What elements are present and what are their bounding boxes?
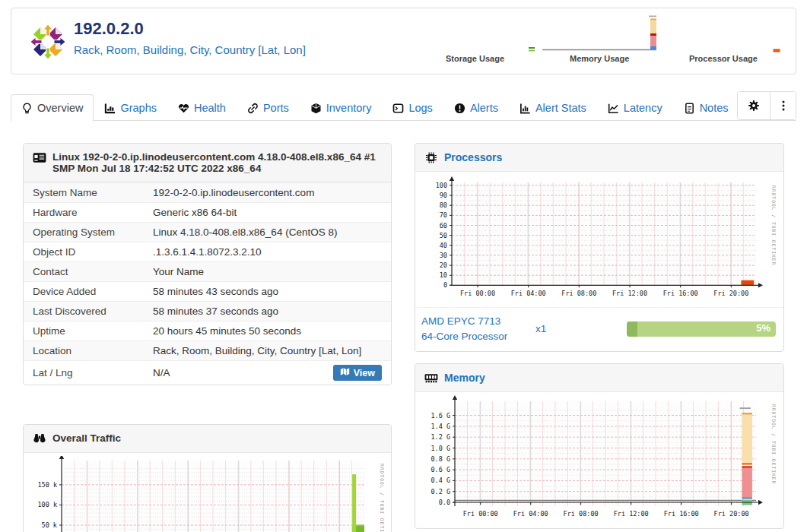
alert-stats-icon [519, 103, 531, 114]
processors-title[interactable]: Processors [444, 151, 502, 163]
device-header-card: 192.0.2.0 Rack, Room, Building, City, Co… [11, 8, 796, 74]
row-value: 58 minutes 43 seconds ago [153, 286, 382, 297]
overall-traffic-graph[interactable]: 050 k100 k150 kRRDTOOL / TOBI OETIKER [24, 453, 391, 532]
tab-notes[interactable]: Notes [673, 94, 739, 122]
tab-label: Logs [408, 102, 432, 114]
processor-usage-sparkline[interactable] [773, 49, 780, 52]
row-value: Generic x86 64-bit [153, 207, 382, 218]
row-label: Device Added [33, 286, 153, 297]
row-label: System Name [33, 187, 153, 198]
id-card-icon [33, 152, 46, 163]
svg-text:Fri 20:00: Fri 20:00 [714, 510, 749, 518]
system-row-device-added: Device Added58 minutes 43 seconds ago [24, 281, 391, 301]
system-row-lat-lng: Lat / LngN/AView [24, 360, 391, 385]
svg-text:0: 0 [443, 281, 447, 289]
tab-label: Ports [263, 102, 289, 114]
svg-text:Fri 20:00: Fri 20:00 [713, 290, 748, 297]
device-ip-title: 192.0.2.0 [74, 19, 144, 39]
tab-latency[interactable]: Latency [597, 94, 673, 122]
svg-text:40: 40 [440, 242, 447, 249]
row-value: Rack, Room, Building, City, Country [Lat… [153, 345, 382, 356]
row-label: Operating System [33, 226, 153, 238]
overall-traffic-title: Overall Traffic [52, 432, 121, 444]
system-row-last-discovered: Last Discovered58 minutes 37 seconds ago [24, 301, 391, 321]
svg-text:1.4 G: 1.4 G [431, 423, 450, 430]
bar-chart-icon [104, 103, 116, 114]
storage-usage-sparkline[interactable] [528, 46, 535, 52]
cpu-name-link[interactable]: AMD EPYC 7713 64-Core Processor [421, 314, 535, 344]
svg-text:Fri 00:00: Fri 00:00 [463, 510, 498, 518]
tab-label: Alerts [470, 102, 498, 114]
system-info-title: Linux 192-0-2-0.ip.linodeusercontent.com… [52, 151, 382, 174]
svg-text:0.2 G: 0.2 G [431, 488, 450, 496]
svg-text:50 k: 50 k [42, 521, 57, 529]
svg-text:0.4 G: 0.4 G [431, 477, 450, 484]
svg-text:Fri 00:00: Fri 00:00 [460, 290, 495, 297]
processors-graph[interactable]: 0102030405060708090100Fri 00:00Fri 04:00… [415, 172, 783, 307]
system-row-object-id: Object ID.1.3.6.1.4.1.8072.3.2.10 [24, 242, 391, 261]
tab-label: Graphs [120, 102, 157, 114]
row-label: Location [33, 345, 153, 356]
memory-usage-sparkline[interactable] [539, 14, 667, 54]
tab-alert-stats[interactable]: Alert Stats [509, 94, 597, 122]
system-row-uptime: Uptime20 hours 45 minutes 50 seconds [24, 321, 391, 340]
svg-text:10: 10 [440, 271, 447, 279]
svg-text:90: 90 [440, 192, 447, 199]
tab-graphs[interactable]: Graphs [94, 94, 167, 122]
svg-text:Fri 16:00: Fri 16:00 [663, 290, 698, 297]
system-row-system-name: System Name192-0-2-0.ip.linodeuserconten… [24, 182, 391, 202]
view-map-button[interactable]: View [333, 365, 382, 381]
processors-card: Processors 0102030405060708090100Fri 00:… [415, 143, 784, 352]
line-chart-icon [608, 103, 619, 114]
row-value: 20 hours 45 minutes 50 seconds [153, 325, 382, 337]
link-icon [247, 103, 259, 114]
tab-label: Inventory [326, 102, 372, 114]
system-row-contact: ContactYour Name [24, 261, 391, 281]
processor-usage-label: Processor Usage [689, 54, 758, 63]
cpu-count: x1 [535, 323, 627, 334]
svg-text:Fri 12:00: Fri 12:00 [614, 510, 649, 518]
svg-text:Fri 12:00: Fri 12:00 [612, 290, 647, 297]
row-value: 58 minutes 37 seconds ago [153, 306, 382, 317]
chip-icon [424, 152, 438, 163]
tab-actions-group [737, 91, 796, 120]
svg-text:70: 70 [440, 211, 447, 219]
kebab-icon[interactable] [770, 92, 796, 119]
terminal-icon [392, 103, 404, 114]
system-row-hardware: HardwareGeneric x86 64-bit [24, 202, 391, 222]
system-row-location: LocationRack, Room, Building, City, Coun… [24, 340, 391, 360]
notes-icon [684, 103, 695, 114]
memory-title[interactable]: Memory [444, 372, 485, 384]
row-label: Contact [33, 266, 153, 277]
binoculars-icon [33, 433, 46, 445]
svg-text:100: 100 [436, 182, 447, 189]
row-label: Lat / Lng [33, 367, 153, 378]
tab-logs[interactable]: Logs [382, 94, 443, 122]
processor-row: AMD EPYC 7713 64-Core Processor x1 5% [415, 307, 783, 351]
tab-inventory[interactable]: Inventory [300, 94, 383, 122]
cpu-usage-fill [627, 321, 637, 337]
device-location-link[interactable]: Rack, Room, Building, City, Country [Lat… [74, 43, 306, 56]
svg-text:Fri 04:00: Fri 04:00 [513, 510, 548, 518]
tab-ports[interactable]: Ports [237, 94, 300, 122]
gear-icon[interactable] [738, 92, 770, 119]
system-info-header: Linux 192-0-2-0.ip.linodeusercontent.com… [24, 144, 391, 182]
tab-label: Health [194, 102, 226, 114]
cpu-usage-percent: 5% [756, 322, 770, 334]
svg-text:30: 30 [440, 252, 447, 259]
tab-alerts[interactable]: Alerts [443, 94, 509, 122]
svg-text:60: 60 [440, 222, 447, 230]
svg-text:0.6 G: 0.6 G [431, 466, 450, 473]
svg-text:Fri 16:00: Fri 16:00 [664, 510, 699, 518]
tab-overview[interactable]: Overview [11, 94, 94, 122]
device-tabbar: OverviewGraphsHealthPortsInventoryLogsAl… [11, 90, 796, 121]
svg-text:RRDTOOL / TOBI OETIKER: RRDTOOL / TOBI OETIKER [771, 404, 776, 484]
overall-traffic-card: Overall Traffic 050 k100 k150 kRRDTOOL /… [23, 424, 392, 532]
row-value: 192-0-2-0.ip.linodeusercontent.com [153, 187, 382, 198]
row-label: Object ID [33, 246, 153, 258]
row-value: N/A [153, 367, 333, 378]
tab-label: Overview [37, 102, 83, 114]
tab-health[interactable]: Health [167, 94, 237, 122]
alert-circle-icon [454, 103, 465, 114]
memory-graph[interactable]: 0.00.2 G0.4 G0.6 G0.8 G1.0 G1.2 G1.4 G1.… [415, 392, 783, 526]
